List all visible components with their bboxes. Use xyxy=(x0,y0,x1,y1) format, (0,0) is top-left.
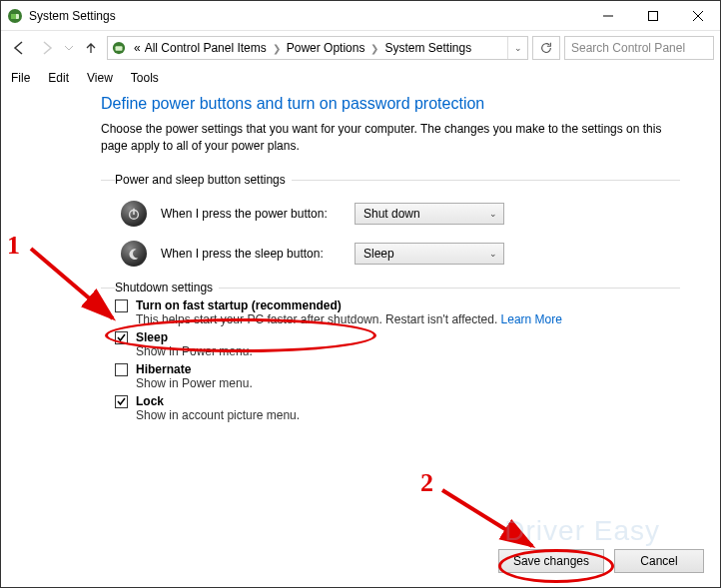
chevron-down-icon: ⌄ xyxy=(489,249,497,259)
breadcrumb-root[interactable]: « xyxy=(132,41,143,55)
maximize-button[interactable] xyxy=(630,1,675,31)
svg-rect-2 xyxy=(11,14,16,19)
hibernate-checkbox[interactable] xyxy=(115,363,128,376)
menu-view[interactable]: View xyxy=(87,71,113,85)
page-title: Define power buttons and turn on passwor… xyxy=(101,95,680,113)
breadcrumb-item[interactable]: Power Options xyxy=(285,41,367,55)
content-area: Define power buttons and turn on passwor… xyxy=(1,95,720,422)
close-button[interactable] xyxy=(675,1,720,31)
sleep-row: Sleep Show in Power menu. xyxy=(115,330,680,358)
navigation-bar: « All Control Panel Items ❯ Power Option… xyxy=(1,31,720,65)
title-bar: System Settings xyxy=(1,1,720,31)
minimize-button[interactable] xyxy=(585,1,630,31)
lock-row: Lock Show in account picture menu. xyxy=(115,394,680,422)
window-controls xyxy=(585,1,720,31)
lock-desc: Show in account picture menu. xyxy=(136,408,300,422)
save-changes-button[interactable]: Save changes xyxy=(498,549,604,573)
history-dropdown[interactable] xyxy=(63,36,75,60)
hibernate-label: Hibernate xyxy=(136,362,253,376)
power-options-icon xyxy=(110,39,128,57)
address-dropdown[interactable]: ⌄ xyxy=(507,37,527,59)
watermark: Driver Easy xyxy=(504,515,660,547)
button-row: Save changes Cancel xyxy=(498,549,704,573)
power-icon xyxy=(121,201,147,227)
sleep-desc: Show in Power menu. xyxy=(136,344,253,358)
fast-startup-desc: This helps start your PC faster after sh… xyxy=(136,312,562,326)
window-title: System Settings xyxy=(29,9,116,23)
sleep-button-label: When I press the sleep button: xyxy=(161,247,341,261)
power-button-row: When I press the power button: Shut down… xyxy=(121,201,680,227)
svg-rect-4 xyxy=(648,11,657,20)
fast-startup-label: Turn on fast startup (recommended) xyxy=(136,298,562,312)
refresh-button[interactable] xyxy=(532,36,560,60)
chevron-right-icon: ❯ xyxy=(366,43,382,54)
search-input[interactable]: Search Control Panel xyxy=(564,36,714,60)
address-bar[interactable]: « All Control Panel Items ❯ Power Option… xyxy=(107,36,528,60)
cancel-button[interactable]: Cancel xyxy=(614,549,704,573)
chevron-down-icon: ⌄ xyxy=(489,209,497,219)
power-sleep-section-header: Power and sleep button settings xyxy=(101,173,680,187)
fast-startup-checkbox[interactable] xyxy=(115,299,128,312)
menu-file[interactable]: File xyxy=(11,71,30,85)
power-button-label: When I press the power button: xyxy=(161,207,341,221)
forward-button[interactable] xyxy=(35,36,59,60)
sleep-icon xyxy=(121,241,147,267)
power-button-select[interactable]: Shut down ⌄ xyxy=(355,203,504,225)
page-description: Choose the power settings that you want … xyxy=(101,121,680,155)
sleep-button-row: When I press the sleep button: Sleep ⌄ xyxy=(121,241,680,267)
hibernate-row: Hibernate Show in Power menu. xyxy=(115,362,680,390)
breadcrumb-item[interactable]: All Control Panel Items xyxy=(143,41,269,55)
svg-rect-8 xyxy=(116,46,123,50)
search-placeholder: Search Control Panel xyxy=(571,41,685,55)
fast-startup-row: Turn on fast startup (recommended) This … xyxy=(115,298,680,326)
sleep-button-select[interactable]: Sleep ⌄ xyxy=(355,243,504,265)
menu-edit[interactable]: Edit xyxy=(48,71,69,85)
hibernate-desc: Show in Power menu. xyxy=(136,376,253,390)
chevron-right-icon: ❯ xyxy=(269,43,285,54)
learn-more-link[interactable]: Learn More xyxy=(501,312,562,326)
breadcrumb-item[interactable]: System Settings xyxy=(382,41,473,55)
up-button[interactable] xyxy=(79,36,103,60)
lock-label: Lock xyxy=(136,394,300,408)
sleep-checkbox[interactable] xyxy=(115,331,128,344)
power-options-icon xyxy=(7,8,23,24)
back-button[interactable] xyxy=(7,36,31,60)
lock-checkbox[interactable] xyxy=(115,395,128,408)
annotation-number-2: 2 xyxy=(420,468,433,498)
menu-tools[interactable]: Tools xyxy=(131,71,159,85)
shutdown-section-header: Shutdown settings xyxy=(101,281,680,294)
menu-bar: File Edit View Tools xyxy=(1,65,720,95)
sleep-label: Sleep xyxy=(136,330,253,344)
